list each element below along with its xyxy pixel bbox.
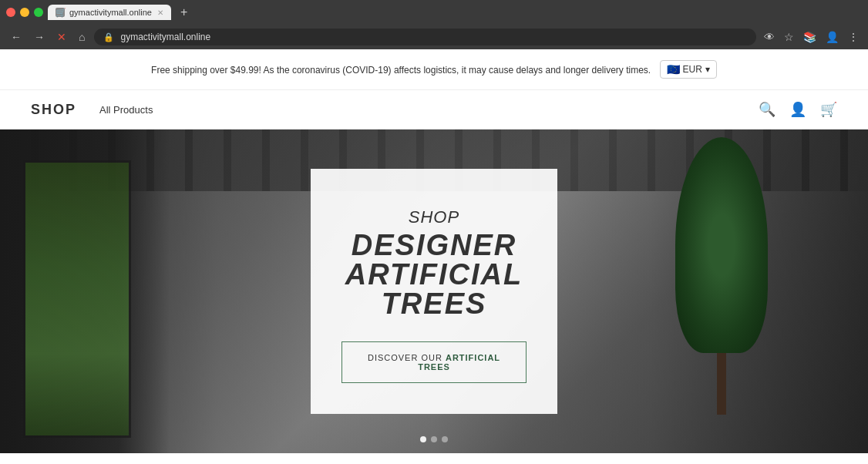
- discover-button[interactable]: DISCOVER OUR ARTIFICIAL TREES: [341, 341, 527, 383]
- currency-label: EUR: [683, 64, 702, 75]
- back-button[interactable]: ←: [8, 29, 25, 45]
- bookmark-star-icon[interactable]: ☆: [782, 29, 796, 45]
- new-tab-button[interactable]: +: [176, 5, 192, 19]
- hero-line2: ARTIFICIAL: [341, 260, 527, 289]
- profile-icon[interactable]: 👤: [824, 29, 840, 45]
- search-icon: 🔍: [759, 102, 775, 117]
- account-icon: 👤: [789, 102, 806, 117]
- tree-foliage: [675, 137, 768, 353]
- browser-toolbar: ← → ✕ ⌂ 🔒 👁 ☆ 📚 👤 ⋮: [0, 25, 868, 49]
- browser-window: 🛒 gymactivitymall.online ✕ + ← → ✕ ⌂ 🔒 👁…: [0, 0, 868, 49]
- account-button[interactable]: 👤: [789, 101, 806, 118]
- hero-dot-1[interactable]: [420, 436, 426, 442]
- cart-icon: 🛒: [820, 102, 837, 117]
- window-controls: [6, 8, 43, 17]
- security-icon: 🔒: [103, 32, 114, 42]
- minimize-button[interactable]: [20, 8, 29, 17]
- nav-link-all-products[interactable]: All Products: [99, 104, 153, 116]
- reload-button[interactable]: ✕: [54, 29, 69, 45]
- hero-section: SHOP DESIGNER ARTIFICIAL TREES DISCOVER …: [0, 129, 868, 453]
- tab-close-icon[interactable]: ✕: [157, 8, 163, 17]
- announcement-bar: Free shipping over $49.99! As the corona…: [0, 49, 868, 90]
- address-bar-wrapper: 🔒: [94, 29, 756, 45]
- hero-card-main-text: DESIGNER ARTIFICIAL TREES: [341, 230, 527, 318]
- search-button[interactable]: 🔍: [759, 101, 775, 118]
- eye-slash-icon[interactable]: 👁: [762, 29, 776, 45]
- website-content: Free shipping over $49.99! As the corona…: [0, 49, 868, 453]
- window-left: [23, 160, 131, 438]
- home-button[interactable]: ⌂: [76, 29, 88, 45]
- tab-favicon: 🛒: [56, 8, 65, 17]
- hero-dot-2[interactable]: [431, 436, 437, 442]
- site-logo[interactable]: SHOP: [31, 102, 76, 118]
- hero-line1: DESIGNER: [341, 230, 527, 260]
- toolbar-icons: 👁 ☆ 📚 👤 ⋮: [762, 29, 860, 45]
- cart-button[interactable]: 🛒: [820, 101, 837, 118]
- restore-button[interactable]: [34, 8, 43, 17]
- close-button[interactable]: [6, 8, 15, 17]
- site-nav: SHOP All Products 🔍 👤 🛒: [0, 90, 868, 129]
- tab-label: gymactivitymall.online: [69, 8, 152, 17]
- tree-trunk: [717, 353, 726, 415]
- extensions-icon[interactable]: ⋮: [846, 29, 860, 45]
- hero-dot-3[interactable]: [442, 436, 448, 442]
- address-bar[interactable]: [120, 32, 747, 42]
- hero-dots: [420, 436, 448, 442]
- announcement-text: Free shipping over $49.99! As the corona…: [151, 65, 651, 76]
- hero-card-top-line: SHOP: [341, 207, 527, 227]
- tree-decoration: [652, 129, 791, 453]
- chevron-down-icon: ▾: [705, 64, 710, 75]
- browser-titlebar: 🛒 gymactivitymall.online ✕ +: [0, 0, 868, 25]
- browser-tab-active[interactable]: 🛒 gymactivitymall.online ✕: [48, 5, 171, 20]
- forward-button[interactable]: →: [31, 29, 48, 45]
- discover-prefix: DISCOVER OUR: [368, 353, 446, 362]
- hero-line3: TREES: [341, 289, 527, 318]
- nav-links: All Products: [99, 104, 759, 116]
- hero-top-text: SHOP: [409, 207, 459, 227]
- currency-flag: 🇪🇺: [667, 63, 680, 76]
- currency-selector[interactable]: 🇪🇺 EUR ▾: [660, 60, 717, 79]
- hero-card: SHOP DESIGNER ARTIFICIAL TREES DISCOVER …: [311, 169, 557, 414]
- nav-icons: 🔍 👤 🛒: [759, 101, 837, 118]
- bookmarks-icon[interactable]: 📚: [802, 29, 818, 45]
